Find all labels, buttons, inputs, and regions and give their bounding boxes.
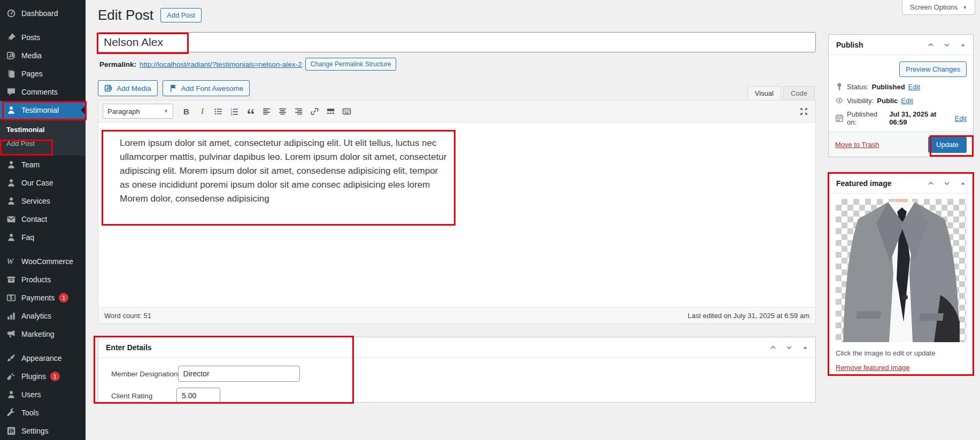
edit-published-link[interactable]: Edit xyxy=(955,114,967,122)
active-arrow-icon xyxy=(81,105,86,115)
products-icon xyxy=(6,275,16,284)
tab-code[interactable]: Code xyxy=(783,86,815,100)
blockquote-button[interactable] xyxy=(243,104,258,119)
edit-visibility-link[interactable]: Edit xyxy=(901,97,913,105)
bullet-list-button[interactable] xyxy=(211,104,226,119)
sidebar-item-label: Services xyxy=(21,197,50,205)
sidebar-item-services[interactable]: Services xyxy=(0,192,86,210)
block-format-select[interactable]: Paragraph ▼ xyxy=(103,104,173,119)
sidebar-item-products[interactable]: Products xyxy=(0,271,86,289)
menu-separator xyxy=(0,246,86,252)
italic-button-glyph: I xyxy=(201,107,204,116)
designation-label: Member Designation xyxy=(111,370,178,378)
move-up-icon[interactable] xyxy=(927,41,935,49)
sidebar-item-team[interactable]: Team xyxy=(0,156,86,174)
sidebar-item-dashboard[interactable]: Dashboard xyxy=(0,4,86,22)
link-button[interactable] xyxy=(307,104,322,119)
status-row: Status: Published Edit xyxy=(835,82,967,91)
publish-metabox-body: Preview Changes Status: Published Edit V… xyxy=(829,55,973,132)
sidebar-item-label: Marketing xyxy=(21,330,54,338)
update-button[interactable]: Update xyxy=(928,136,967,153)
edit-status-link[interactable]: Edit xyxy=(908,83,920,91)
sidebar-item-faq[interactable]: Faq xyxy=(0,228,86,246)
metabox-handles xyxy=(927,41,967,49)
remove-featured-image-link[interactable]: Remove featured image xyxy=(836,364,910,372)
published-on-value: Jul 31, 2025 at 06:59 xyxy=(889,110,951,126)
sidebar-item-media[interactable]: Media xyxy=(0,47,86,65)
move-down-icon[interactable] xyxy=(943,41,951,49)
publish-metabox-footer: Move to Trash Update xyxy=(829,132,973,157)
sidebar-item-comments[interactable]: Comments xyxy=(0,83,86,101)
enter-details-metabox: Enter Details Member Designation Client … xyxy=(98,337,816,403)
move-up-icon[interactable] xyxy=(769,344,777,351)
sidebar-item-analytics[interactable]: Analytics xyxy=(0,307,86,325)
pin-icon xyxy=(6,33,16,42)
bold-button[interactable]: B xyxy=(179,104,194,119)
permalink-link[interactable]: http://localhost/radiant/?testimonials=n… xyxy=(140,60,302,68)
menu-separator xyxy=(0,343,86,349)
editor-content-area[interactable]: Lorem ipsum dolor sit amet, consectetur … xyxy=(98,122,815,307)
chevron-down-icon: ▼ xyxy=(164,109,168,114)
media-icon xyxy=(6,51,16,60)
woocommerce-icon: W xyxy=(6,257,16,266)
toolbar-toggle-button[interactable] xyxy=(339,104,354,119)
status-label: Status: xyxy=(847,83,868,91)
sidebar-item-posts[interactable]: Posts xyxy=(0,28,86,47)
visibility-row: Visibility: Public Edit xyxy=(835,96,967,105)
sidebar-item-contact[interactable]: Contact xyxy=(0,210,86,228)
rating-input[interactable] xyxy=(176,388,220,404)
sidebar-item-plugins[interactable]: Plugins1 xyxy=(0,367,86,385)
tab-visual[interactable]: Visual xyxy=(747,86,781,100)
screen-options-button[interactable]: Screen Options ▼ xyxy=(902,0,975,15)
preview-changes-button[interactable]: Preview Changes xyxy=(899,61,967,77)
change-permalink-button[interactable]: Change Permalink Structure xyxy=(305,58,397,71)
align-center-button[interactable] xyxy=(275,104,290,119)
featured-image[interactable] xyxy=(836,199,966,342)
sidebar-item-pages[interactable]: Pages xyxy=(0,65,86,83)
designation-input[interactable] xyxy=(178,366,300,382)
admin-menu: DashboardPostsMediaPagesCommentsTestimon… xyxy=(0,0,86,440)
toggle-panel-icon[interactable] xyxy=(801,344,809,351)
plugins-icon xyxy=(6,372,16,381)
sidebar-item-testimonial[interactable]: Testimonial xyxy=(0,101,86,119)
numbered-list-button[interactable]: 123 xyxy=(227,104,242,119)
sidebar-item-marketing[interactable]: Marketing xyxy=(0,325,86,343)
move-down-icon[interactable] xyxy=(785,344,793,351)
toggle-panel-icon[interactable] xyxy=(959,180,967,187)
align-right-button[interactable] xyxy=(291,104,306,119)
toggle-panel-icon[interactable] xyxy=(959,41,967,49)
published-on-label: Published on: xyxy=(847,110,886,126)
sidebar-item-label: Our Case xyxy=(21,179,53,187)
add-post-button[interactable]: Add Post xyxy=(160,8,202,22)
move-to-trash-link[interactable]: Move to Trash xyxy=(835,141,879,149)
sidebar-item-tools[interactable]: Tools xyxy=(0,404,86,422)
sidebar-item-appearance[interactable]: Appearance xyxy=(0,349,86,367)
publish-metabox-title: Publish xyxy=(836,41,863,49)
person-icon xyxy=(6,390,16,399)
comments-icon xyxy=(6,87,16,97)
sidebar-item-settings[interactable]: Settings xyxy=(0,422,86,440)
admin-sidebar: DashboardPostsMediaPagesCommentsTestimon… xyxy=(0,0,86,440)
move-up-icon[interactable] xyxy=(927,180,935,187)
post-title-input[interactable] xyxy=(98,32,816,52)
sidebar-item-users[interactable]: Users xyxy=(0,385,86,404)
fullscreen-button[interactable] xyxy=(797,104,811,119)
mail-icon xyxy=(6,214,16,224)
suit-portrait-image xyxy=(836,199,966,342)
featured-image-caption: Click the image to edit or update xyxy=(836,349,966,357)
sidebar-item-payments[interactable]: $Payments1 xyxy=(0,289,86,307)
featured-image-metabox: Featured image xyxy=(828,173,974,375)
person-icon xyxy=(6,178,16,188)
align-left-button[interactable] xyxy=(259,104,274,119)
sidebar-item-our-case[interactable]: Our Case xyxy=(0,174,86,192)
permalink-row: Permalink: http://localhost/radiant/?tes… xyxy=(99,57,396,71)
sidebar-item-label: Media xyxy=(21,51,42,60)
page-header: Edit Post Add Post xyxy=(98,7,202,24)
sidebar-item-woocommerce[interactable]: WWooCommerce xyxy=(0,252,86,271)
more-tag-button[interactable] xyxy=(323,104,338,119)
update-count-badge: 1 xyxy=(59,293,68,303)
italic-button[interactable]: I xyxy=(195,104,210,119)
submenu-item-add-post[interactable]: Add Post xyxy=(0,136,86,151)
move-down-icon[interactable] xyxy=(943,180,951,187)
submenu-header-testimonial[interactable]: Testimonial xyxy=(0,122,86,136)
